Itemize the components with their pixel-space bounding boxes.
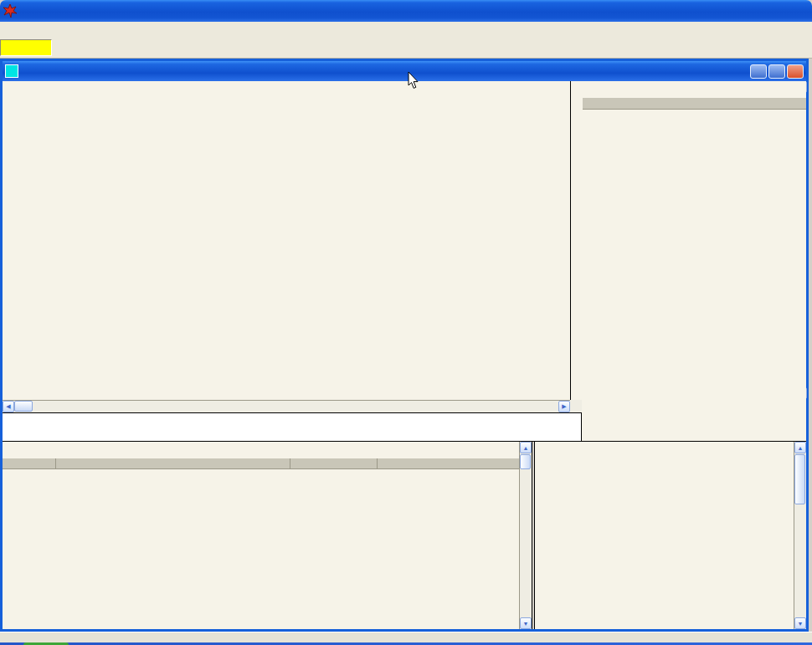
scroll-up-icon[interactable]: ▲ bbox=[520, 442, 532, 453]
stack-vscrollbar[interactable]: ▲ ▼ bbox=[794, 442, 806, 629]
minimize-button[interactable] bbox=[750, 64, 767, 79]
toolbar bbox=[0, 37, 812, 59]
close-button[interactable] bbox=[787, 64, 804, 79]
menu-bar bbox=[0, 22, 812, 38]
stack-pane[interactable] bbox=[535, 442, 794, 629]
scroll-right-icon[interactable]: ▶ bbox=[558, 401, 570, 412]
restore-button[interactable] bbox=[768, 64, 785, 79]
info-pane bbox=[3, 412, 582, 441]
scroll-down-icon[interactable]: ▼ bbox=[520, 617, 532, 629]
status-indicator bbox=[0, 39, 52, 56]
dump-header bbox=[3, 458, 519, 469]
scroll-down-icon[interactable]: ▼ bbox=[794, 617, 806, 629]
ollydbg-window: ▲ ▼ ◀ ▶ bbox=[0, 0, 812, 645]
disassembly-pane[interactable] bbox=[3, 81, 571, 400]
dump-header-ascii bbox=[290, 458, 378, 468]
registers-pane[interactable] bbox=[583, 81, 806, 441]
registers-header bbox=[583, 98, 806, 110]
scroll-up-icon[interactable]: ▲ bbox=[794, 442, 806, 453]
dump-header-hex bbox=[56, 458, 290, 468]
cpu-body: ▲ ▼ ◀ ▶ bbox=[3, 81, 806, 629]
app-icon bbox=[3, 4, 17, 18]
cpu-title-bar[interactable] bbox=[3, 61, 806, 81]
cpu-window-icon bbox=[5, 64, 18, 78]
disassembly-hscrollbar[interactable]: ◀ ▶ bbox=[3, 400, 570, 412]
status-bar bbox=[0, 632, 812, 642]
scroll-corner bbox=[570, 400, 582, 412]
scroll-left-icon[interactable]: ◀ bbox=[3, 401, 14, 412]
dump-vscrollbar[interactable]: ▲ ▼ bbox=[519, 442, 532, 629]
dump-pane[interactable] bbox=[3, 442, 519, 629]
dump-header-address bbox=[3, 458, 56, 468]
cpu-window: ▲ ▼ ◀ ▶ bbox=[0, 59, 809, 632]
window-edge bbox=[809, 59, 812, 632]
title-bar[interactable] bbox=[0, 0, 812, 22]
mouse-cursor bbox=[408, 72, 419, 90]
